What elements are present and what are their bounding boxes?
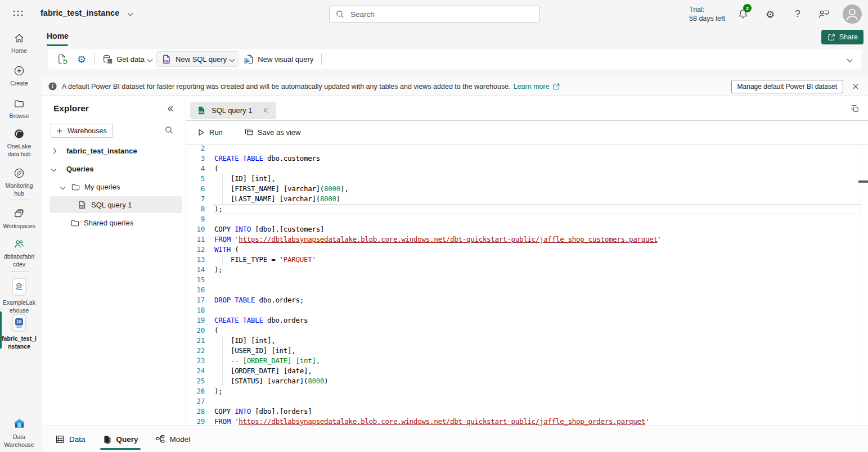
sidebar-item-label: Create [0, 79, 38, 87]
chevron-right-icon[interactable] [52, 149, 66, 153]
tree-item-fabric-test-instance[interactable]: fabric_test_instance [50, 142, 182, 159]
code-line[interactable]: 10COPY INTO [dbo].[customers] [186, 224, 868, 234]
warehouse-settings-button[interactable]: ⚙ [73, 51, 91, 67]
view-tab-query[interactable]: Query [101, 426, 140, 452]
sidebar-item-workspaces[interactable]: Workspaces [0, 208, 38, 230]
tab-label: SQL query 1 [212, 106, 253, 115]
share-button[interactable]: Share [821, 30, 863, 44]
learn-more-label: Learn more [514, 83, 550, 91]
code-line[interactable]: 11FROM 'https://dbtlabsynapsedatalake.bl… [186, 234, 868, 245]
sql-code-editor[interactable]: 23CREATE TABLE dbo.customers4(5 [ID] [in… [186, 145, 868, 426]
feedback-button[interactable] [817, 8, 830, 20]
code-line[interactable]: 27 [186, 396, 868, 406]
line-number: 23 [186, 356, 205, 366]
workspace-switcher[interactable]: fabric_test_instance [41, 8, 132, 17]
sidebar-item-monitoring-hub[interactable]: Monitoringhub [0, 168, 38, 197]
new-visual-query-button[interactable]: New visual query [239, 51, 318, 67]
sidebar-item-dbtlabsfabricdev[interactable]: dbtlabsfabricdev [0, 238, 38, 268]
collapse-explorer-button[interactable] [166, 105, 174, 113]
account-avatar[interactable] [843, 4, 862, 24]
global-search[interactable] [329, 6, 540, 22]
code-line[interactable]: 29FROM 'https://dbtlabsynapsedatalake.bl… [186, 417, 868, 426]
code-text: ); [214, 204, 222, 214]
refresh-source-button[interactable] [52, 51, 73, 67]
code-line[interactable]: 21 [ID] [int], [186, 336, 868, 346]
tab-sql-query-1[interactable]: SQL SQL query 1 [190, 102, 276, 119]
code-line[interactable]: 24 [ORDER_DATE] [date], [186, 366, 868, 376]
code-line[interactable]: 14); [186, 265, 868, 275]
code-line[interactable]: 25 [STATUS] [varchar](8000) [186, 376, 868, 386]
manage-default-dataset-button[interactable]: Manage default Power BI dataset [731, 80, 843, 93]
code-line[interactable]: 7 [LAST_NAME] [varchar](8000) [186, 194, 868, 204]
sidebar-item-home[interactable]: Home [0, 33, 38, 55]
sidebar-item-label: Workspaces [0, 222, 38, 230]
chevron-down-icon[interactable] [52, 167, 66, 171]
code-line[interactable]: 22 [USER_ID] [int], [186, 346, 868, 356]
sidebar-item-fabric-test-instance[interactable]: fabric_test_instance [0, 314, 38, 350]
code-line[interactable]: 15 [186, 275, 868, 285]
line-number: 7 [186, 194, 205, 204]
code-line[interactable]: 8); [186, 204, 868, 214]
tree-item-my-queries[interactable]: My queries [50, 178, 182, 195]
line-number: 2 [186, 145, 205, 153]
save-as-view-button[interactable]: Save as view [244, 128, 301, 137]
sidebar-item-data-warehouse[interactable]: DataWarehouse [0, 417, 38, 449]
code-line[interactable]: 26); [186, 386, 868, 396]
sidebar-item-create[interactable]: Create [0, 65, 38, 87]
code-line[interactable]: 28COPY INTO [dbo].[orders] [186, 406, 868, 417]
chevron-glyph [60, 184, 66, 189]
explorer-search-button[interactable] [164, 125, 174, 135]
code-line[interactable]: 2 [186, 145, 868, 153]
sidebar-item-browse[interactable]: Browse [0, 98, 38, 120]
line-number: 12 [186, 245, 205, 255]
share-label: Share [839, 33, 858, 41]
code-line[interactable]: 4( [186, 164, 868, 174]
tree-item-queries[interactable]: Queries [50, 160, 182, 177]
sidebar-item-onelake-data-hub[interactable]: OneLakedata hub [0, 128, 38, 158]
new-sql-query-button[interactable]: SQL New SQL query [156, 51, 239, 67]
compass-icon [0, 168, 38, 179]
view-tab-model[interactable]: Model [154, 426, 192, 452]
close-tab-icon[interactable] [262, 107, 269, 114]
code-line[interactable]: 6 [FIRST_NAME] [varchar](8000), [186, 184, 868, 194]
code-line[interactable]: 16 [186, 285, 868, 295]
code-line[interactable]: 20( [186, 326, 868, 336]
model-icon [155, 434, 165, 444]
view-tab-data[interactable]: Data [54, 426, 87, 452]
line-number: 24 [186, 366, 205, 376]
code-line[interactable]: 3CREATE TABLE dbo.customers [186, 153, 868, 164]
learn-more-link[interactable]: Learn more [514, 83, 560, 91]
notifications-button[interactable]: 2 [737, 8, 749, 20]
get-data-button[interactable]: Get data [98, 51, 156, 67]
help-button[interactable]: ? [791, 8, 804, 20]
code-line[interactable]: 19CREATE TABLE dbo.orders [186, 315, 868, 326]
banner-close-button[interactable] [849, 80, 862, 93]
editor-overview-ruler[interactable] [861, 145, 861, 426]
code-line[interactable]: 17DROP TABLE dbo.orders; [186, 295, 868, 305]
collapse-ribbon-button[interactable] [842, 57, 857, 61]
app-launcher-icon[interactable] [12, 8, 25, 20]
code-text: -- [ORDER_DATE] [int], [214, 356, 320, 366]
chevron-down-icon[interactable] [61, 185, 71, 189]
tree-item-sql-query-1[interactable]: SQLSQL query 1 [50, 196, 182, 213]
add-warehouses-button[interactable]: Warehouses [51, 124, 113, 138]
settings-button[interactable]: ⚙ [764, 8, 776, 20]
sidebar-item-examplelakehouse[interactable]: ExampleLakehouse [0, 278, 38, 314]
code-line[interactable]: 5 [ID] [int], [186, 174, 868, 184]
tree-item-shared-queries[interactable]: Shared queries [50, 214, 182, 231]
close-icon [852, 83, 860, 91]
code-text: [ORDER_DATE] [date], [214, 366, 312, 376]
chevron-glyph [51, 166, 57, 171]
code-line[interactable]: 13 FILE_TYPE = 'PARQUET' [186, 255, 868, 265]
code-line[interactable]: 12WITH ( [186, 245, 868, 255]
play-icon [196, 128, 206, 137]
code-line[interactable]: 23 -- [ORDER_DATE] [int], [186, 356, 868, 366]
scrollbar-marker[interactable] [858, 180, 868, 183]
run-button[interactable]: Run [196, 128, 223, 137]
code-line[interactable]: 9 [186, 214, 868, 224]
copy-button[interactable] [851, 104, 860, 114]
tab-home[interactable]: Home [47, 31, 69, 40]
code-line[interactable]: 18 [186, 305, 868, 315]
sidebar-item-label: cdev [0, 260, 38, 268]
search-input[interactable] [349, 10, 534, 19]
